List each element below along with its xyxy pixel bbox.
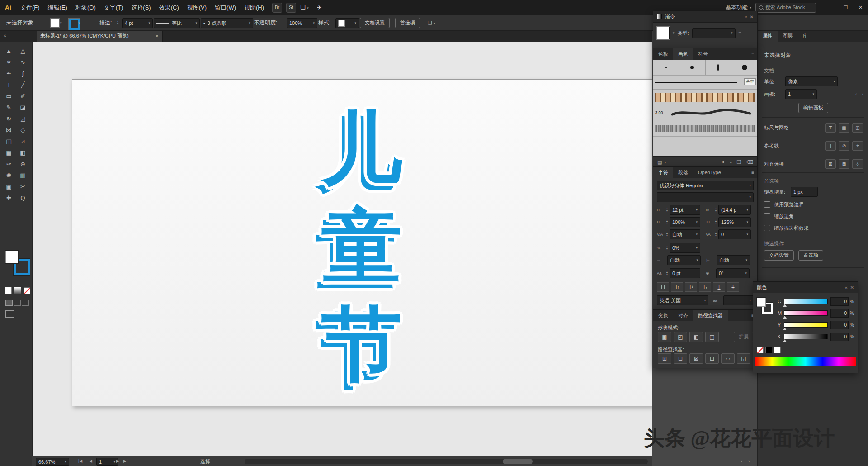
font-family-dropdown[interactable]: 优设好身体 Regular▾ <box>657 181 754 190</box>
preferences-button[interactable]: 首选项 <box>798 250 823 261</box>
close-icon[interactable]: ✕ <box>750 14 754 19</box>
tsume-dropdown[interactable]: 0%▾ <box>670 243 700 253</box>
tsume-stepper[interactable]: ▲▼ <box>666 246 668 250</box>
lock-guides-icon[interactable]: ⊘ <box>839 141 849 151</box>
perspective-grid-tool[interactable]: ⊿ <box>16 136 30 147</box>
all-caps-button[interactable]: TT <box>657 282 669 292</box>
tab-brushes[interactable]: 画笔 <box>673 48 693 60</box>
style-dropdown[interactable]: ▾ <box>335 18 359 28</box>
hand-tool[interactable]: ✚ <box>2 192 16 204</box>
aki-right-dropdown[interactable]: 自动▾ <box>717 255 750 265</box>
vertical-scale-stepper[interactable]: ▲▼ <box>666 220 668 224</box>
more-options-icon[interactable]: ❏ ▾ <box>428 15 435 31</box>
expand-button[interactable]: 扩展 <box>734 332 754 342</box>
workspace-switcher[interactable]: 基本功能 <box>726 4 747 11</box>
column-graph-tool[interactable]: ▥ <box>16 170 30 181</box>
brush-10pt-round[interactable] <box>731 60 757 75</box>
yellow-slider[interactable] <box>784 322 828 328</box>
zoom-level-dropdown[interactable]: 66.67%▾ <box>36 458 69 466</box>
fill-stroke-indicator[interactable] <box>5 251 27 272</box>
tracking-dropdown[interactable]: 0▾ <box>718 229 751 239</box>
superscript-button[interactable]: T¹ <box>685 282 697 292</box>
draw-normal-icon[interactable] <box>5 300 13 306</box>
unite-button[interactable]: ▣ <box>658 332 671 342</box>
symbol-sprayer-tool[interactable]: ✺ <box>2 170 16 181</box>
scale-strokes-checkbox[interactable] <box>764 225 770 231</box>
slider-thumb[interactable] <box>783 316 787 319</box>
scale-corners-checkbox[interactable] <box>764 213 770 219</box>
fill-swatch[interactable] <box>757 298 766 307</box>
panel-menu-icon[interactable]: ≡ <box>751 48 757 60</box>
show-guides-icon[interactable]: ∥ <box>825 141 836 151</box>
artboard-tool[interactable]: ▣ <box>2 181 16 192</box>
rectangle-tool[interactable]: ▭ <box>2 90 16 102</box>
grid-icon[interactable]: ▦ <box>839 123 849 133</box>
cyan-slider[interactable] <box>784 299 828 304</box>
magenta-value-field[interactable]: 0 <box>830 309 849 318</box>
scale-corners-row[interactable]: 缩放边角 <box>764 211 863 221</box>
brush-texture[interactable] <box>653 121 757 136</box>
brush-1pt-round[interactable] <box>653 60 679 75</box>
selection-tool[interactable]: ▲ <box>2 45 16 57</box>
gpu-performance-icon[interactable]: ✈ <box>313 0 326 15</box>
tab-pathfinder[interactable]: 路径查找器 <box>693 310 728 321</box>
vertical-scale-dropdown[interactable]: 100%▾ <box>670 217 700 227</box>
magic-wand-tool[interactable]: ✶ <box>2 57 16 68</box>
black-value-field[interactable]: 0 <box>830 333 849 341</box>
direct-selection-tool[interactable]: △ <box>16 45 30 57</box>
menu-help[interactable]: 帮助(H) <box>240 0 268 15</box>
scale-strokes-row[interactable]: 缩放描边和效果 <box>764 223 863 233</box>
snap-pixel-icon[interactable]: ⊠ <box>839 159 849 169</box>
next-artboard-icon[interactable]: › <box>862 92 863 97</box>
tab-swatches[interactable]: 色板 <box>653 48 673 60</box>
tab-align[interactable]: 对齐 <box>673 310 693 321</box>
draw-inside-icon[interactable] <box>22 300 29 306</box>
yellow-value-field[interactable]: 0 <box>830 321 849 329</box>
pen-tool[interactable]: ✒ <box>2 68 16 79</box>
arrange-documents-icon[interactable]: ❏ ▾ <box>296 0 313 15</box>
font-size-dropdown[interactable]: 12 pt▾ <box>670 205 700 215</box>
underline-button[interactable]: T <box>713 282 725 292</box>
close-button[interactable]: ✕ <box>853 0 868 15</box>
minus-back-button[interactable]: ◱ <box>737 353 750 364</box>
drawing-modes[interactable] <box>5 300 29 306</box>
color-panel-header[interactable]: 颜色 « ✕ <box>753 282 858 293</box>
anti-alias-dropdown[interactable]: ▾ <box>723 295 754 305</box>
aki-left-dropdown[interactable]: 自动▾ <box>667 255 701 265</box>
strikethrough-button[interactable]: T <box>727 282 739 292</box>
menu-effect[interactable]: 效果(C) <box>155 0 183 15</box>
kerning-dropdown[interactable]: 自动▾ <box>670 229 700 239</box>
tab-layers[interactable]: 图层 <box>778 30 797 42</box>
document-tab[interactable]: 未标题-1* @ 66.67% (CMYK/GPU 预览) ✕ <box>37 30 163 42</box>
preview-bounds-row[interactable]: 使用预览边界 <box>764 200 863 209</box>
canvas[interactable]: 儿儿 童童 节节 <box>32 42 652 456</box>
first-artboard-button[interactable]: |◀ <box>78 459 82 463</box>
opacity-dropdown[interactable]: 100%▾ <box>287 18 317 28</box>
tab-character[interactable]: 字符 <box>653 167 673 178</box>
transparency-grid-icon[interactable]: ◫ <box>852 123 863 133</box>
snap-grid-icon[interactable]: ⊞ <box>825 159 836 169</box>
brush-basic[interactable]: 基本 <box>653 75 757 89</box>
black-slider[interactable] <box>784 334 828 339</box>
next-artboard-button[interactable]: ▶ <box>116 459 119 463</box>
type-tool[interactable]: T <box>2 79 16 90</box>
stroke-weight-dropdown[interactable]: 4 pt▾ <box>122 18 153 28</box>
horizontal-scale-stepper[interactable]: ▲▼ <box>715 220 717 224</box>
menu-type[interactable]: 文字(T) <box>100 0 127 15</box>
lasso-tool[interactable]: ∿ <box>16 57 30 68</box>
dock-scroll-right-icon[interactable]: › <box>748 459 750 464</box>
collapse-icon[interactable]: « <box>845 285 848 290</box>
fill-swatch[interactable] <box>5 251 18 263</box>
horizontal-scale-dropdown[interactable]: 125%▾ <box>718 217 751 227</box>
trim-button[interactable]: ⊟ <box>674 353 687 364</box>
tab-paragraph[interactable]: 段落 <box>673 167 693 178</box>
divide-button[interactable]: ⊞ <box>658 353 671 364</box>
chevron-down-icon[interactable]: ▾ <box>673 31 675 35</box>
last-artboard-button[interactable]: ▶| <box>123 459 127 463</box>
baseline-shift-field[interactable]: 0 pt <box>670 268 700 278</box>
artboard-nav-dropdown[interactable]: 1▾ <box>96 458 118 466</box>
edit-artboard-button[interactable]: 编辑画板 <box>798 103 828 113</box>
keyboard-increment-field[interactable]: 1 px <box>791 187 818 197</box>
snap-point-icon[interactable]: ⊹ <box>852 159 863 169</box>
menu-window[interactable]: 窗口(W) <box>211 0 240 15</box>
